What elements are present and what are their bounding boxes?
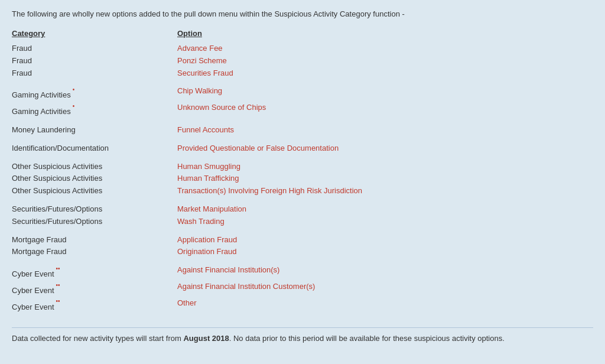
double-asterisk-marker: •• [54,268,60,275]
table-row: Gaming Activities •Unknown Source of Chi… [12,102,593,118]
category-cell: Other Suspicious Activities [12,173,177,185]
table-header: Category Option [12,29,593,38]
category-cell: Other Suspicious Activities [12,161,177,173]
table-row: Mortgage FraudApplication Fraud [12,234,593,246]
row-group: Money LaunderingFunnel Accounts [12,124,593,136]
option-cell: Human Trafficking [177,173,593,185]
row-group: Identification/DocumentationProvided Que… [12,142,593,155]
table-row: Other Suspicious ActivitiesHuman Traffic… [12,173,593,185]
option-cell: Advance Fee [177,43,593,55]
table-row: Cyber Event ••Other [12,297,593,314]
double-asterisk-marker: •• [54,300,60,307]
option-cell: Origination Fraud [177,246,593,258]
category-cell: Fraud [12,55,177,67]
footer-paragraph: Data collected for new activity types wi… [12,327,593,343]
row-group: Securities/Futures/OptionsMarket Manipul… [12,203,593,228]
asterisk-marker: • [71,89,75,96]
category-cell: Identification/Documentation [12,142,177,155]
option-cell: Provided Questionable or False Documenta… [177,142,593,155]
option-cell: Funnel Accounts [177,124,593,136]
table-row: Securities/Futures/OptionsMarket Manipul… [12,203,593,216]
category-cell: Cyber Event •• [12,281,177,297]
category-cell: Other Suspicious Activities [12,185,177,197]
row-group: Cyber Event ••Against Financial Institut… [12,264,593,313]
category-cell: Cyber Event •• [12,297,177,314]
table-row: FraudSecurities Fraud [12,67,593,80]
category-header: Category [12,29,177,38]
table-row: Identification/DocumentationProvided Que… [12,142,593,155]
table-row: Cyber Event ••Against Financial Institut… [12,264,593,281]
option-cell: Application Fraud [177,234,593,246]
asterisk-marker: • [71,105,75,112]
category-cell: Money Laundering [12,124,177,136]
intro-paragraph: The following are wholly new options add… [12,9,593,18]
option-cell: Unknown Source of Chips [177,102,593,118]
option-cell: Against Financial Institution Customer(s… [177,281,593,297]
category-cell: Securities/Futures/Options [12,216,177,228]
row-group: Other Suspicious ActivitiesHuman Smuggli… [12,161,593,197]
row-group: Mortgage FraudApplication FraudMortgage … [12,234,593,259]
table-row: FraudPonzi Scheme [12,55,593,67]
category-header-label: Category [12,29,45,38]
option-cell: Against Financial Institution(s) [177,264,593,281]
category-cell: Gaming Activities • [12,85,177,102]
main-container: The following are wholly new options add… [0,0,605,364]
category-cell: Fraud [12,67,177,80]
table-row: Gaming Activities •Chip Walking [12,85,593,102]
row-group: FraudAdvance FeeFraudPonzi SchemeFraudSe… [12,43,593,79]
option-cell: Ponzi Scheme [177,55,593,67]
option-cell: Market Manipulation [177,203,593,216]
category-cell: Cyber Event •• [12,264,177,281]
option-header: Option [177,29,593,38]
option-cell: Wash Trading [177,216,593,228]
table-row: Other Suspicious ActivitiesTransaction(s… [12,185,593,197]
row-group: Gaming Activities •Chip WalkingGaming Ac… [12,85,593,118]
table-body: FraudAdvance FeeFraudPonzi SchemeFraudSe… [12,43,593,319]
table-row: Other Suspicious ActivitiesHuman Smuggli… [12,161,593,173]
option-header-label: Option [177,29,202,38]
option-cell: Transaction(s) Involving Foreign High Ri… [177,185,593,197]
double-asterisk-marker: •• [54,284,60,291]
table-row: FraudAdvance Fee [12,43,593,55]
table-row: Mortgage FraudOrigination Fraud [12,246,593,258]
bold-date: August 2018 [183,334,229,343]
option-cell: Securities Fraud [177,67,593,80]
option-cell: Human Smuggling [177,161,593,173]
option-cell: Chip Walking [177,85,593,102]
category-cell: Securities/Futures/Options [12,203,177,216]
category-cell: Fraud [12,43,177,55]
category-cell: Gaming Activities • [12,102,177,118]
table-row: Securities/Futures/OptionsWash Trading [12,216,593,228]
category-cell: Mortgage Fraud [12,246,177,258]
table-row: Money LaunderingFunnel Accounts [12,124,593,136]
table-row: Cyber Event ••Against Financial Institut… [12,281,593,297]
option-cell: Other [177,297,593,314]
category-cell: Mortgage Fraud [12,234,177,246]
